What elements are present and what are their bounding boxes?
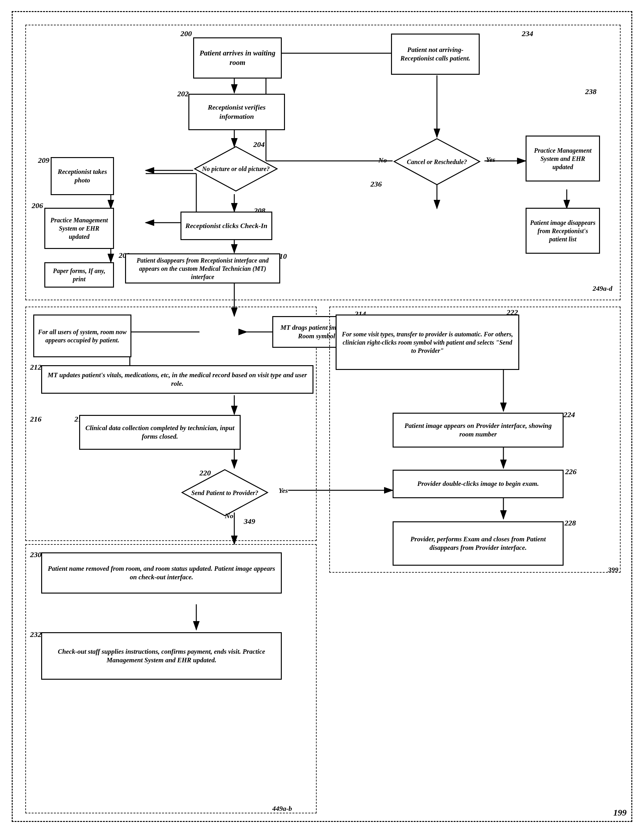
provider-performs-text: Provider, performs Exam and closes from … xyxy=(397,535,559,552)
box-patient-not-arriving: Patient not arriving- Receptionist calls… xyxy=(391,34,480,75)
checkout-staff-text: Check-out staff supplies instructions, c… xyxy=(45,647,278,665)
for-all-users-text: For all users of system, room now appear… xyxy=(37,328,127,344)
receptionist-clicks-text: Receptionist clicks Check-In xyxy=(185,221,267,231)
clinical-data-text: Clinical data collection completed by te… xyxy=(83,424,236,441)
mt-updates-text: MT updates patient's vitals, medications… xyxy=(45,371,309,388)
patient-image-provider-text: Patient image appears on Provider interf… xyxy=(397,421,559,439)
box-patient-image-provider: Patient image appears on Provider interf… xyxy=(393,413,564,447)
ref-228: 228 xyxy=(565,519,576,527)
send-patient-text: Send Patient to Provider? xyxy=(191,489,259,496)
box-patient-name-removed: Patient name removed from room, and room… xyxy=(41,552,282,593)
cancel-reschedule-text: Cancel or Reschedule? xyxy=(407,158,467,165)
box-receptionist-verifies: Receptionist verifies information xyxy=(188,94,285,130)
label-yes-cancel: Yes xyxy=(486,156,495,164)
label-outer-199: 199 xyxy=(613,808,626,818)
box-practice-mgmt-left: Practice Management System or EHR update… xyxy=(44,208,114,249)
ref-202: 202 xyxy=(177,90,189,98)
box-for-all-users: For all users of system, room now appear… xyxy=(33,315,132,357)
ref-216: 216 xyxy=(30,415,42,423)
label-yes-send: Yes xyxy=(279,487,288,495)
label-249a-d: 249a-d xyxy=(593,285,612,293)
patient-arrives-text: Patient arrives in waiting room xyxy=(197,48,278,68)
provider-double-clicks-text: Provider double-clicks image to begin ex… xyxy=(417,479,539,488)
ref-212: 212 xyxy=(30,363,42,371)
box-clinical-data: Clinical data collection completed by te… xyxy=(79,415,241,450)
box-patient-disappears-mt: Patient disappears from Receptionist int… xyxy=(125,253,280,283)
diagram-container: 249a-d 200 Patient arrives in waiting ro… xyxy=(12,11,632,822)
diamond-cancel-reschedule: Cancel or Reschedule? xyxy=(393,137,481,186)
box-for-some-visit: For some visit types, transfer to provid… xyxy=(336,315,519,370)
ref-226: 226 xyxy=(565,468,577,476)
label-449a-b: 449a-b xyxy=(272,804,292,813)
patient-name-removed-text: Patient name removed from room, and room… xyxy=(45,564,278,582)
ref-230: 230 xyxy=(30,550,42,559)
ref-206: 206 xyxy=(32,201,43,210)
box-patient-arrives: Patient arrives in waiting room xyxy=(193,37,282,79)
receptionist-verifies-text: Receptionist verifies information xyxy=(193,103,281,121)
ref-209: 209 xyxy=(38,156,50,165)
ref-234: 234 xyxy=(522,29,533,38)
box-practice-mgmt-right: Practice Management System and EHR updat… xyxy=(525,135,600,182)
label-no-send: No xyxy=(225,512,233,520)
ref-232: 232 xyxy=(30,630,42,639)
ref-236: 236 xyxy=(371,180,382,188)
box-receptionist-takes-photo: Receptionist takes photo xyxy=(51,157,114,195)
box-provider-performs: Provider, performs Exam and closes from … xyxy=(393,521,564,566)
for-some-visit-text: For some visit types, transfer to provid… xyxy=(340,330,515,355)
box-provider-double-clicks: Provider double-clicks image to begin ex… xyxy=(393,470,564,498)
ref-200: 200 xyxy=(180,29,192,38)
patient-disappears-list-text: Patient image disappears from Receptioni… xyxy=(530,219,596,243)
label-no-cancel: No xyxy=(378,156,387,164)
box-patient-disappears-list: Patient image disappears from Receptioni… xyxy=(525,208,600,254)
patient-not-arriving-text: Patient not arriving- Receptionist calls… xyxy=(395,46,475,63)
patient-disappears-mt-text: Patient disappears from Receptionist int… xyxy=(129,256,276,281)
no-picture-text: No picture or old picture? xyxy=(202,165,270,172)
diamond-send-patient: Send Patient to Provider? xyxy=(180,468,269,517)
diamond-no-picture: No picture or old picture? xyxy=(193,145,279,193)
box-receptionist-clicks: Receptionist clicks Check-In xyxy=(180,212,272,240)
practice-mgmt-left-text: Practice Management System or EHR update… xyxy=(48,216,110,241)
ref-238: 238 xyxy=(585,87,596,96)
label-399: 399 xyxy=(608,566,618,574)
box-mt-updates: MT updates patient's vitals, medications… xyxy=(41,365,313,394)
ref-224: 224 xyxy=(564,410,575,419)
paper-forms-text: Paper forms, If any, print xyxy=(48,267,110,283)
receptionist-takes-photo-text: Receptionist takes photo xyxy=(55,167,110,185)
ref-349: 349 xyxy=(244,517,255,526)
box-paper-forms: Paper forms, If any, print xyxy=(44,262,114,288)
box-checkout-staff: Check-out staff supplies instructions, c… xyxy=(41,632,282,680)
practice-mgmt-right-text: Practice Management System and EHR updat… xyxy=(530,146,596,171)
